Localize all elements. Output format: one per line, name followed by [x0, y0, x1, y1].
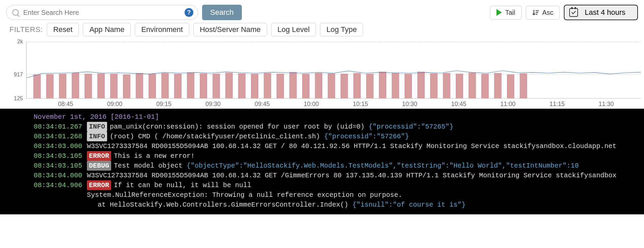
- log-level-badge: ERROR: [87, 151, 111, 161]
- filters-label: FILTERS:: [9, 25, 43, 34]
- y-tick: 917: [14, 72, 23, 78]
- log-console[interactable]: November 1st, 2016 [2016-11-01] 08:34:01…: [0, 109, 644, 214]
- chart: 1259172k 08:4509:0009:1509:3009:4510:001…: [6, 40, 641, 109]
- log-json: {"processid":"57266"}: [324, 133, 409, 140]
- sort-asc-icon: [532, 9, 539, 16]
- filter-environment[interactable]: Environment: [135, 23, 189, 36]
- filter-app-name[interactable]: App Name: [83, 23, 131, 36]
- y-tick: 125: [14, 96, 23, 102]
- search-wrap: ?: [6, 5, 198, 20]
- log-level-badge: INFO: [87, 132, 107, 141]
- toolbar: ? Search Tail Asc Last 4 hours: [0, 0, 644, 23]
- filter-log-level[interactable]: Log Level: [271, 23, 316, 36]
- filter-host-server-name[interactable]: Host/Server Name: [193, 23, 267, 36]
- x-tick: 09:15: [156, 101, 171, 108]
- x-tick: 10:30: [402, 101, 417, 108]
- log-message: W3SVC1273337584 RD00155D5094AB 100.68.14…: [87, 172, 616, 179]
- log-timestamp: 08:34:03.105: [34, 161, 87, 171]
- timerange-label: Last 4 hours: [585, 8, 625, 17]
- timerange-button[interactable]: Last 4 hours: [564, 5, 638, 20]
- log-continuation: at HelloStackify.Web.Controllers.GimmeEr…: [0, 200, 644, 210]
- log-message: If it can be null, it will be null: [114, 181, 251, 189]
- x-tick: 11:15: [549, 101, 565, 108]
- log-timestamp: 08:34:01.267: [34, 122, 87, 132]
- x-tick: 09:30: [205, 101, 221, 108]
- log-row[interactable]: 08:34:03.105ERRORThis is a new error!: [0, 151, 644, 161]
- x-tick: 10:15: [353, 101, 368, 108]
- search-input[interactable]: [6, 5, 198, 20]
- log-message: This is a new error!: [114, 152, 195, 160]
- log-level-badge: ERROR: [87, 180, 111, 190]
- tail-button[interactable]: Tail: [490, 6, 522, 20]
- filter-log-type[interactable]: Log Type: [320, 23, 363, 36]
- log-timestamp: 08:34:04.000: [34, 171, 87, 180]
- log-level-badge: DEBUG: [87, 161, 111, 171]
- log-json: {"processid":"57265"}: [368, 123, 453, 131]
- log-timestamp: 08:34:04.906: [34, 180, 87, 190]
- log-row[interactable]: 08:34:01.268INFO(root) CMD ( /home/stack…: [0, 132, 644, 141]
- x-tick: 10:00: [304, 101, 319, 108]
- search-icon: [12, 9, 19, 16]
- log-message: (root) CMD ( /home/stackifyuser/petclini…: [110, 133, 324, 140]
- log-row[interactable]: 08:34:04.906ERRORIf it can be null, it w…: [0, 180, 644, 190]
- play-icon: [496, 9, 502, 16]
- log-message: Test model object: [114, 162, 187, 170]
- filter-bar: FILTERS: Reset App NameEnvironmentHost/S…: [0, 23, 644, 40]
- log-row[interactable]: 08:34:03.000W3SVC1273337584 RD00155D5094…: [0, 141, 644, 151]
- x-tick: 08:45: [58, 101, 73, 108]
- log-row[interactable]: 08:34:03.105DEBUGTest model object {"obj…: [0, 161, 644, 171]
- x-tick: 09:45: [255, 101, 270, 108]
- calendar-icon: [569, 8, 578, 17]
- y-tick: 2k: [17, 39, 23, 45]
- tail-label: Tail: [505, 9, 515, 16]
- filter-reset[interactable]: Reset: [47, 23, 79, 36]
- log-message: W3SVC1273337584 RD00155D5094AB 100.68.14…: [87, 142, 616, 150]
- log-date-header: November 1st, 2016 [2016-11-01]: [0, 112, 644, 122]
- log-timestamp: 08:34:01.268: [34, 132, 87, 141]
- asc-button[interactable]: Asc: [526, 6, 560, 20]
- chart-plot[interactable]: [26, 42, 641, 99]
- x-tick: 10:45: [451, 101, 466, 108]
- help-icon[interactable]: ?: [185, 8, 193, 17]
- x-tick: 11:00: [500, 101, 515, 108]
- log-message: pam_unix(cron:session): session opened f…: [110, 123, 368, 131]
- log-timestamp: 08:34:03.000: [34, 141, 87, 151]
- x-tick: 09:00: [107, 101, 122, 108]
- log-row[interactable]: 08:34:04.000W3SVC1273337584 RD00155D5094…: [0, 171, 644, 180]
- log-json: {"objectType":"HelloStackify.Web.Models.…: [187, 162, 579, 170]
- log-timestamp: 08:34:03.105: [34, 151, 87, 161]
- log-continuation: System.NullReferenceException: Throwing …: [0, 190, 644, 200]
- log-level-badge: INFO: [87, 122, 107, 132]
- search-button[interactable]: Search: [202, 5, 242, 20]
- x-tick: 11:30: [599, 101, 614, 108]
- asc-label: Asc: [542, 9, 553, 16]
- log-row[interactable]: 08:34:01.267INFOpam_unix(cron:session): …: [0, 122, 644, 132]
